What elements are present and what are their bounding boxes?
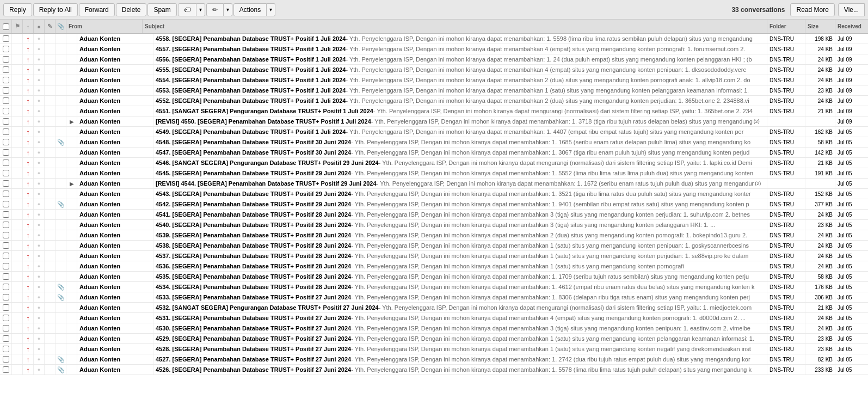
row-check[interactable]: [0, 220, 12, 230]
tag-button[interactable]: 🏷: [178, 3, 196, 16]
row-checkbox[interactable]: [3, 242, 9, 249]
row-thread[interactable]: ▶: [66, 179, 77, 188]
row-check[interactable]: [0, 282, 12, 292]
email-row[interactable]: ↑ ● Aduan Konten 4551. [SANGAT SEGERA] P…: [0, 106, 868, 116]
row-checkbox[interactable]: [3, 211, 9, 218]
row-check[interactable]: [0, 199, 12, 209]
col-header-from[interactable]: From: [66, 20, 143, 33]
row-checkbox[interactable]: [3, 366, 9, 373]
row-check[interactable]: [0, 44, 12, 54]
row-check[interactable]: [0, 179, 12, 188]
row-flag[interactable]: [12, 365, 23, 375]
row-checkbox[interactable]: [3, 356, 9, 363]
row-flag[interactable]: [12, 303, 23, 312]
email-row[interactable]: ↑ ● Aduan Konten 4529. [SEGERA] Penambah…: [0, 334, 868, 344]
row-check[interactable]: [0, 116, 12, 126]
row-checkbox[interactable]: [3, 128, 9, 135]
row-check[interactable]: [0, 34, 12, 44]
row-flag[interactable]: [12, 323, 23, 333]
row-check[interactable]: [0, 354, 12, 364]
row-flag[interactable]: [12, 168, 23, 178]
row-flag[interactable]: [12, 292, 23, 302]
email-row[interactable]: ↑ ● Aduan Konten 4547. [SEGERA] Penambah…: [0, 148, 868, 158]
col-header-size[interactable]: Size: [805, 20, 835, 33]
row-flag[interactable]: [12, 189, 23, 199]
email-row[interactable]: ↑ ● Aduan Konten 4558. [SEGERA] Penambah…: [0, 34, 868, 44]
email-row[interactable]: ↑ ● 📎 Aduan Konten 4548. [SEGERA] Penamb…: [0, 137, 868, 148]
email-row[interactable]: ↑ ● Aduan Konten 4555. [SEGERA] Penambah…: [0, 65, 868, 75]
row-flag[interactable]: [12, 44, 23, 54]
row-flag[interactable]: [12, 158, 23, 168]
email-row[interactable]: ↑ ● Aduan Konten 4546. [SANGAT SEGERA] P…: [0, 158, 868, 168]
row-check[interactable]: [0, 313, 12, 323]
email-row[interactable]: ↑ ● Aduan Konten 4553. [SEGERA] Penambah…: [0, 85, 868, 96]
row-flag[interactable]: [12, 220, 23, 230]
row-checkbox[interactable]: [3, 294, 9, 300]
row-checkbox[interactable]: [3, 304, 9, 311]
thread-expand-icon[interactable]: ▶: [70, 181, 74, 187]
row-check[interactable]: [0, 344, 12, 354]
row-checkbox[interactable]: [3, 97, 9, 104]
row-check[interactable]: [0, 106, 12, 116]
row-flag[interactable]: [12, 85, 23, 95]
row-flag[interactable]: [12, 148, 23, 157]
row-flag[interactable]: [12, 344, 23, 354]
row-check[interactable]: [0, 65, 12, 75]
row-flag[interactable]: [12, 334, 23, 343]
row-checkbox[interactable]: [3, 180, 9, 187]
row-checkbox[interactable]: [3, 335, 9, 342]
spam-button[interactable]: Spam: [147, 3, 176, 16]
row-check[interactable]: [0, 210, 12, 219]
email-row[interactable]: ↑ ● Aduan Konten 4528. [SEGERA] Penambah…: [0, 344, 868, 354]
thread-expand-icon[interactable]: ▶: [70, 119, 74, 125]
row-flag[interactable]: [12, 65, 23, 75]
row-checkbox[interactable]: [3, 118, 9, 125]
row-flag[interactable]: [12, 241, 23, 250]
email-row[interactable]: ↑ ● Aduan Konten 4536. [SEGERA] Penambah…: [0, 261, 868, 272]
row-check[interactable]: [0, 365, 12, 375]
row-check[interactable]: [0, 75, 12, 85]
row-flag[interactable]: [12, 210, 23, 219]
row-checkbox[interactable]: [3, 273, 9, 280]
row-checkbox[interactable]: [3, 149, 9, 156]
mark-dropdown-button[interactable]: ▾: [224, 3, 232, 16]
reply-all-button[interactable]: Reply to All: [33, 3, 78, 16]
row-flag[interactable]: [12, 96, 23, 106]
forward-button[interactable]: Forward: [79, 3, 115, 16]
row-check[interactable]: [0, 54, 12, 64]
email-row[interactable]: ↑ ● Aduan Konten 4556. [SEGERA] Penambah…: [0, 54, 868, 65]
row-thread[interactable]: ▶: [66, 116, 77, 126]
view-button[interactable]: Vie...: [838, 3, 865, 16]
row-checkbox[interactable]: [3, 66, 9, 73]
email-row[interactable]: ↑ ● 📎 Aduan Konten 4534. [SEGERA] Penamb…: [0, 282, 868, 292]
col-header-folder[interactable]: Folder: [767, 20, 805, 33]
row-check[interactable]: [0, 85, 12, 95]
col-header-received[interactable]: Received: [835, 20, 868, 33]
email-row[interactable]: ↑ ● Aduan Konten 4549. [SEGERA] Penambah…: [0, 127, 868, 137]
col-header-status[interactable]: ●: [34, 20, 45, 33]
email-row[interactable]: ↑ ● Aduan Konten 4532. [SANGAT SEGERA] P…: [0, 303, 868, 313]
row-flag[interactable]: [12, 230, 23, 240]
delete-button[interactable]: Delete: [116, 3, 147, 16]
email-row[interactable]: ↑ ● Aduan Konten 4530. [SEGERA] Penambah…: [0, 323, 868, 334]
row-check[interactable]: [0, 158, 12, 168]
email-row[interactable]: ↑ ● 📎 Aduan Konten 4542. [SEGERA] Penamb…: [0, 199, 868, 210]
row-flag[interactable]: [12, 313, 23, 323]
email-row[interactable]: ↑ ● Aduan Konten 4540. [SEGERA] Penambah…: [0, 220, 868, 230]
row-checkbox[interactable]: [3, 222, 9, 228]
row-checkbox[interactable]: [3, 159, 9, 166]
row-flag[interactable]: [12, 75, 23, 85]
row-checkbox[interactable]: [3, 139, 9, 145]
row-check[interactable]: [0, 96, 12, 106]
row-check[interactable]: [0, 241, 12, 250]
row-check[interactable]: [0, 261, 12, 271]
row-flag[interactable]: [12, 251, 23, 261]
reply-button[interactable]: Reply: [3, 3, 32, 16]
row-flag[interactable]: [12, 282, 23, 292]
row-checkbox[interactable]: [3, 35, 9, 42]
row-flag[interactable]: [12, 199, 23, 209]
actions-button[interactable]: Actions: [233, 3, 267, 16]
row-checkbox[interactable]: [3, 77, 9, 83]
read-more-button[interactable]: Read More: [790, 3, 834, 16]
row-check[interactable]: [0, 272, 12, 281]
